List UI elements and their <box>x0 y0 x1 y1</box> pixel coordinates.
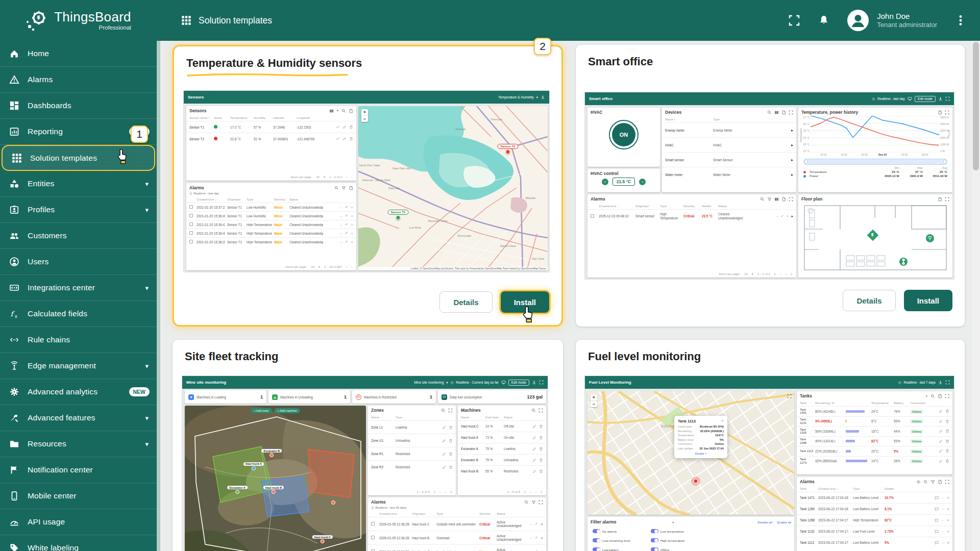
preview-devices-table: Devices Name ↑Type Energy meterEnergy Me… <box>662 108 796 192</box>
preview-sensors-table: Sensors+ Sensor name ↑ActiveTemperatureH… <box>186 106 356 181</box>
chart-range-slider <box>803 159 947 165</box>
sidebar-item-resources[interactable]: Resources▾ <box>0 431 157 457</box>
sidebar-item-calculated-fields[interactable]: fxCalculated fields <box>0 301 157 327</box>
user-role: Tenant administrator <box>877 21 937 29</box>
mine-site-map <box>185 406 366 551</box>
sidebar-item-home[interactable]: Home <box>0 41 157 67</box>
report-icon <box>9 127 19 137</box>
preview-power-history-chart: Temperature, power history 27 °C26 °C25 … <box>798 108 952 192</box>
brand[interactable]: ThingsBoard Professional <box>0 9 157 32</box>
label-tag-icon <box>9 543 19 551</box>
notifications-bell-icon[interactable] <box>818 14 830 27</box>
sidebar-item-notification-center[interactable]: Notification center <box>0 457 157 483</box>
badge-icon <box>9 205 19 215</box>
template-preview-image: Fuel Level Monitoring ◷Realtime - last 7… <box>584 375 954 551</box>
preview-dashboard-titlebar: Smart office ◷Realtime - last dayEdit mo… <box>585 92 954 105</box>
machine-marker: Excavator A <box>227 486 248 494</box>
preview-dashboard-titlebar: Sensors Temperature & Humidity▾ <box>184 91 549 104</box>
code-icon <box>9 335 19 345</box>
preview-filter-alarms-panel: Filter alarms▾ Disable all Enable all No… <box>587 517 794 551</box>
page-title: Solution templates <box>199 15 272 26</box>
main-content: Temperature & Humidity sensors Sensors T… <box>160 41 972 551</box>
hand-cursor <box>522 305 536 323</box>
template-card-fuel-level-monitoring: Fuel level monitoring Fuel Level Monitor… <box>576 340 965 551</box>
toggle <box>593 547 600 551</box>
preview-floor-plan: Floor plan <box>798 194 952 278</box>
preview-satellite-map: + Add zone + Add machine Excavator B Hau… <box>185 406 366 551</box>
table-row: Excavator B75 %Unloading <box>458 454 546 465</box>
disable-all-link: Disable all <box>757 520 772 524</box>
template-preview-image: Mine site monitoring Mine site monitorin… <box>182 375 548 551</box>
apps-grid-icon <box>12 153 22 163</box>
sidebar-item-solution-templates[interactable]: Solution templates <box>2 145 155 171</box>
brand-name: ThingsBoard <box>54 10 131 23</box>
table-row: 2021-01-20 15:36:40Sensor T1High Tempera… <box>186 229 356 237</box>
preview-machines-table: Machines NameFuel levelStatus Haul truck… <box>458 406 546 495</box>
svg-text:x: x <box>15 314 17 319</box>
preview-alarms-table: Alarms ◷Realtime - last day Created time… <box>186 183 356 270</box>
map-city-label: Milpitas <box>526 196 536 199</box>
fullscreen-icon[interactable] <box>788 14 800 27</box>
sidebar-item-integrations-center[interactable]: Integrations center▾ <box>0 275 157 301</box>
table-row: Sensor T2 22.8 °C51 % 37.493801-121.9487… <box>186 133 356 144</box>
toggle <box>651 547 658 551</box>
table-row: Tank 1113 22% (202818L) 20°C 5% Online <box>797 446 952 456</box>
enable-all-link: Enable all <box>777 520 791 524</box>
machine-marker: Haul truck C <box>312 535 333 543</box>
sidebar-item-mobile-center[interactable]: Mobile center <box>0 483 157 509</box>
sidebar-item-alarms[interactable]: Alarms <box>0 67 157 93</box>
sidebar-item-customers[interactable]: Customers <box>0 223 157 249</box>
home-icon <box>9 48 19 59</box>
add-machine-button: + Add machine <box>274 408 300 413</box>
user-info[interactable]: John Doe Tenant administrator <box>877 12 937 30</box>
thingsboard-logo-icon <box>26 9 49 32</box>
table-row: Water meterWater Meter ▸ <box>662 167 796 182</box>
template-preview-image: Sensors Temperature & Humidity▾ Sensors+… <box>183 90 550 272</box>
bay-area-map <box>358 106 548 270</box>
details-button[interactable]: Details <box>843 290 895 311</box>
details-button[interactable]: Details <box>439 291 492 313</box>
chevron-down-icon: ▾ <box>145 362 149 370</box>
dashboard-icon <box>9 101 19 111</box>
chevron-down-icon: ▾ <box>145 180 149 188</box>
sidebar-item-dashboards[interactable]: Dashboards <box>0 93 157 119</box>
table-row: HVACHVAC ▸ <box>662 137 796 152</box>
table-row: Zone R2Restricted <box>368 460 456 473</box>
sidebar-item-rule-chains[interactable]: Rule chains <box>0 327 157 353</box>
kebab-menu-icon[interactable] <box>954 14 967 27</box>
map-city-label: Palo Alto <box>388 187 400 190</box>
chevron-down-icon: ▾ <box>145 206 149 214</box>
map-attribution: Leaflet | © OpenStreetMap contributors, … <box>358 267 548 270</box>
sidebar: Home Alarms Dashboards ReportingNEW Solu… <box>0 41 157 551</box>
preview-alarms-table: Alarms Created time ↓OriginatorTypeSever… <box>587 194 796 278</box>
avatar[interactable] <box>847 10 869 31</box>
callout-step-1: 1 <box>131 126 148 143</box>
preview-alarms-table: Alarms TankCreated time ↓TypeDetails Tan… <box>797 477 952 551</box>
map-city-label: East Palo Alto <box>393 167 411 170</box>
sidebar-item-white-labeling[interactable]: White labeling <box>0 535 157 551</box>
card-title: Temperature & Humidity sensors <box>186 57 362 70</box>
table-row: Smart sensorSmart Sensor ▸ <box>662 152 796 167</box>
install-button[interactable]: Install <box>904 290 952 311</box>
map-city-label: Newark <box>456 128 466 131</box>
sidebar-scrollbar[interactable] <box>157 41 160 551</box>
map-marker-sensor-t2: Sensor T2 <box>498 144 519 154</box>
sidebar-item-profiles[interactable]: Profiles▾ <box>0 197 157 223</box>
table-row: Zone U1Unloading <box>368 434 456 447</box>
table-row: 2021-01-20 15:36:28Sensor T1High Tempera… <box>186 237 356 246</box>
preview-dashboard-titlebar: Fuel Level Monitoring ◷Realtime - last 7… <box>585 376 954 389</box>
sidebar-item-api-usage[interactable]: API usage <box>0 509 157 535</box>
page-scrollbar[interactable] <box>972 41 980 551</box>
sidebar-item-advanced-features[interactable]: Advanced features▾ <box>0 405 157 431</box>
table-row: Energy meterEnergy Meter ▸ <box>662 122 796 137</box>
sidebar-item-entities[interactable]: Entities▾ <box>0 171 157 197</box>
map-city-label: Mountain View <box>428 219 448 222</box>
sidebar-item-users[interactable]: Users <box>0 249 157 275</box>
sidebar-item-advanced-analytics[interactable]: Advanced analyticsNEW <box>0 379 157 405</box>
sidebar-item-edge-management[interactable]: Edge management▾ <box>0 353 157 379</box>
table-row: Haul truck B55 %Restricted <box>458 465 546 477</box>
scrollbar-thumb[interactable] <box>973 42 979 170</box>
edit-mode-button: Edit mode <box>915 96 936 102</box>
machine-marker: Haul truck B <box>263 486 284 494</box>
machine-marker: Haul truck A <box>243 462 264 470</box>
